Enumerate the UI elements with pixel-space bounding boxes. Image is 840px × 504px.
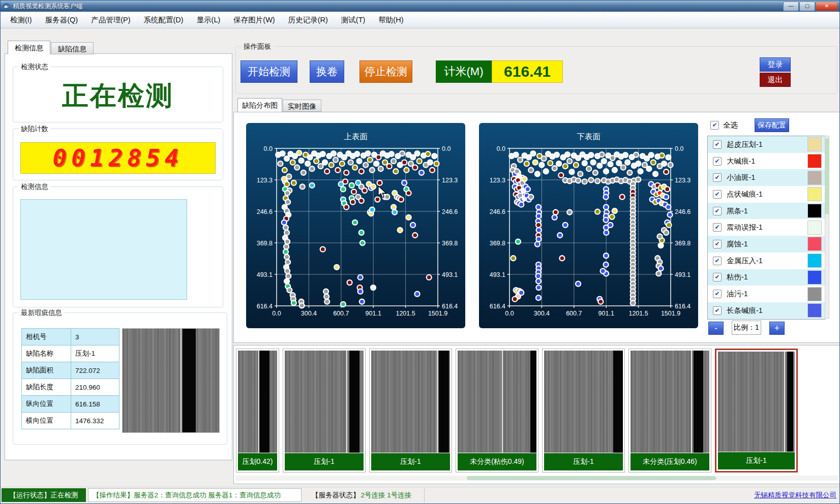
maximize-button[interactable]: ▢ bbox=[799, 2, 815, 11]
defect-type-color-swatch bbox=[807, 154, 822, 168]
menu-item-4[interactable]: 显示(L) bbox=[190, 12, 227, 28]
menu-item-2[interactable]: 产品管理(P) bbox=[84, 12, 137, 28]
defect-type-label: 金属压入-1 bbox=[727, 256, 807, 266]
tab-detect-info[interactable]: 检测信息 bbox=[8, 41, 50, 54]
menu-item-0[interactable]: 检测(I) bbox=[4, 12, 39, 28]
defect-type-row: ✔腐蚀-1 bbox=[708, 236, 825, 253]
zoom-in-button[interactable]: + bbox=[769, 322, 785, 335]
defect-type-row: ✔黑条-1 bbox=[708, 203, 825, 219]
menu-item-7[interactable]: 测试(T) bbox=[335, 12, 372, 28]
svg-text:1201.5: 1201.5 bbox=[396, 310, 415, 317]
detect-status-group: 检测状态 正在检测 bbox=[13, 67, 223, 122]
defect-type-row: ✔小油斑-1 bbox=[708, 169, 825, 186]
login-button[interactable]: 登录 bbox=[760, 57, 791, 72]
defect-type-row: ✔震动误报-1 bbox=[708, 219, 825, 236]
defect-type-row: ✔粘伤-1 bbox=[708, 269, 825, 286]
svg-text:1501.9: 1501.9 bbox=[428, 310, 447, 317]
menu-item-6[interactable]: 历史记录(R) bbox=[282, 12, 335, 28]
defect-type-label: 起皮压划-1 bbox=[727, 140, 807, 149]
thumbnail-scrollbar[interactable] bbox=[235, 476, 838, 481]
defect-type-checkbox[interactable]: ✔ bbox=[713, 240, 722, 248]
defect-type-checkbox[interactable]: ✔ bbox=[713, 306, 722, 315]
window-title: 精质视觉检测系统客户端 bbox=[13, 2, 83, 11]
latest-defect-group: 最新瑕疵信息 相机号3缺陷名称压划-1缺陷面积722.072缺陷长度210.96… bbox=[13, 312, 227, 445]
defect-thumbnail-6[interactable]: 压划-1 bbox=[715, 349, 798, 472]
defect-thumbnail-4[interactable]: 压划-1 bbox=[542, 349, 625, 472]
svg-text:493.1: 493.1 bbox=[675, 271, 691, 278]
server-status-label: 【服务器状态】 bbox=[312, 491, 360, 500]
detect-info-title: 检测信息 bbox=[18, 182, 51, 191]
defect-thumbnail-3[interactable]: 未分类(粘伤0.49) bbox=[456, 349, 538, 472]
defect-type-label: 油污-1 bbox=[727, 289, 807, 299]
chart-bottom-surface: 下表面0.0300.4600.7901.11201.51501.90.00.01… bbox=[479, 123, 698, 328]
tab-defect-map[interactable]: 缺陷分布图 bbox=[237, 98, 282, 112]
status-bar: 【运行状态】正在检测 【操作结果】服务器2：查询信息成功 服务器1：查询信息成功… bbox=[1, 487, 839, 503]
defect-thumbnail-2[interactable]: 压划-1 bbox=[369, 349, 452, 472]
tab-defect-info[interactable]: 缺陷信息 bbox=[51, 42, 94, 54]
defect-type-label: 黑条-1 bbox=[727, 206, 807, 216]
minimize-button[interactable]: — bbox=[783, 2, 799, 11]
defect-type-row: ✔长条碱痕-1 bbox=[708, 302, 825, 319]
change-roll-button[interactable]: 换卷 bbox=[310, 60, 344, 83]
menu-item-1[interactable]: 服务器(Q) bbox=[39, 12, 84, 28]
defect-type-checkbox[interactable]: ✔ bbox=[713, 257, 722, 265]
svg-text:901.1: 901.1 bbox=[366, 310, 381, 317]
defect-type-checkbox[interactable]: ✔ bbox=[713, 223, 722, 232]
defect-type-checkbox[interactable]: ✔ bbox=[713, 140, 722, 149]
defect-type-color-swatch bbox=[807, 204, 822, 218]
thumbnail-label: 压划-1 bbox=[544, 453, 623, 470]
svg-text:369.8: 369.8 bbox=[675, 240, 691, 247]
defect-thumbnail-1[interactable]: 压划-1 bbox=[283, 349, 366, 472]
svg-text:123.3: 123.3 bbox=[675, 177, 691, 184]
menu-bar: 检测(I)服务器(Q)产品管理(P)系统配置(D)显示(L)保存图片(W)历史记… bbox=[1, 12, 839, 28]
thumbnail-label: 压划-1 bbox=[285, 453, 364, 470]
tab-live-image[interactable]: 实时图像 bbox=[283, 100, 321, 112]
save-config-button[interactable]: 保存配置 bbox=[755, 118, 789, 132]
close-button[interactable]: ✕ bbox=[816, 2, 838, 11]
stop-detect-button[interactable]: 停止检测 bbox=[359, 60, 412, 83]
menu-item-8[interactable]: 帮助(H) bbox=[372, 12, 410, 28]
svg-text:1201.5: 1201.5 bbox=[628, 310, 648, 317]
select-all-checkbox[interactable]: ✔ bbox=[710, 121, 719, 130]
defect-type-checkbox[interactable]: ✔ bbox=[713, 273, 722, 281]
company-link[interactable]: 无锡精质视觉科技有限公司 bbox=[754, 488, 836, 502]
defect-count-title: 缺陷计数 bbox=[18, 124, 51, 133]
svg-text:246.6: 246.6 bbox=[257, 208, 273, 215]
defect-thumbnail-0[interactable]: 压划0.42) bbox=[236, 349, 279, 472]
defect-type-color-swatch bbox=[807, 270, 822, 285]
defect-list-scrollbar[interactable] bbox=[825, 136, 829, 319]
scale-indicator: 比例：1 bbox=[732, 321, 761, 335]
defect-type-row: ✔大碱痕-1 bbox=[708, 153, 825, 170]
defect-type-checkbox[interactable]: ✔ bbox=[713, 190, 722, 199]
latest-defect-image bbox=[122, 328, 220, 433]
svg-text:616.4: 616.4 bbox=[490, 303, 505, 310]
defect-type-label: 小油斑-1 bbox=[727, 173, 807, 182]
table-row: 相机号3 bbox=[22, 329, 119, 345]
defect-thumbnail-5[interactable]: 未分类(压划0.46) bbox=[628, 349, 711, 472]
svg-text:1501.9: 1501.9 bbox=[661, 310, 680, 317]
meter-label: 计米(M) bbox=[436, 60, 492, 83]
logout-button[interactable]: 退出 bbox=[760, 73, 791, 87]
svg-text:600.7: 600.7 bbox=[333, 310, 349, 317]
defect-type-checkbox[interactable]: ✔ bbox=[713, 207, 722, 215]
svg-text:300.4: 300.4 bbox=[534, 310, 550, 317]
defect-type-color-swatch bbox=[807, 237, 822, 251]
svg-text:0.0: 0.0 bbox=[675, 145, 683, 152]
defect-type-list: ✔起皮压划-1✔大碱痕-1✔小油斑-1✔点状碱痕-1✔黑条-1✔震动误报-1✔腐… bbox=[707, 136, 825, 320]
menu-item-3[interactable]: 系统配置(D) bbox=[137, 12, 190, 28]
defect-type-checkbox[interactable]: ✔ bbox=[713, 173, 722, 182]
defect-type-checkbox[interactable]: ✔ bbox=[713, 290, 722, 298]
server-status-segment: 【服务器状态】 2号连接 1号连接 bbox=[312, 488, 425, 502]
svg-text:下表面: 下表面 bbox=[577, 132, 601, 141]
latest-defect-title: 最新瑕疵信息 bbox=[18, 308, 65, 317]
defect-type-checkbox[interactable]: ✔ bbox=[713, 157, 722, 166]
menu-item-5[interactable]: 保存图片(W) bbox=[227, 12, 281, 28]
svg-text:123.3: 123.3 bbox=[257, 177, 273, 184]
start-detect-button[interactable]: 开始检测 bbox=[241, 60, 297, 83]
thumbnail-label: 未分类(压划0.46) bbox=[631, 453, 709, 470]
defect-type-color-swatch bbox=[807, 137, 822, 151]
svg-text:369.8: 369.8 bbox=[257, 240, 273, 247]
zoom-out-button[interactable]: - bbox=[708, 322, 724, 335]
title-bar[interactable]: 精质视觉检测系统客户端 — ▢ ✕ bbox=[1, 1, 839, 12]
thumbnail-label: 压划0.42) bbox=[238, 453, 277, 470]
